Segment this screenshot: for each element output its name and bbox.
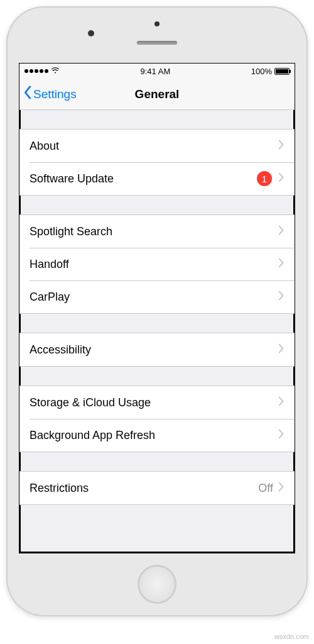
row-software-update[interactable]: Software Update 1 <box>19 162 295 195</box>
settings-group: Spotlight Search Handoff CarPlay <box>19 214 295 314</box>
row-label: Accessibility <box>30 343 278 357</box>
wifi-icon <box>51 66 60 77</box>
row-label: Background App Refresh <box>30 429 278 442</box>
row-about[interactable]: About <box>19 130 295 162</box>
chevron-right-icon <box>278 291 284 303</box>
chevron-right-icon <box>278 258 284 270</box>
row-label: Software Update <box>30 172 257 186</box>
iphone-device-frame: 9:41 AM 100% Settings General About <box>6 6 308 616</box>
screen: 9:41 AM 100% Settings General About <box>19 63 295 553</box>
proximity-sensor <box>154 21 160 26</box>
row-label: Storage & iCloud Usage <box>30 396 278 409</box>
chevron-right-icon <box>278 429 284 441</box>
row-storage-icloud-usage[interactable]: Storage & iCloud Usage <box>19 386 295 419</box>
settings-group: Restrictions Off <box>19 471 295 505</box>
settings-group: Accessibility <box>19 333 295 367</box>
chevron-right-icon <box>278 225 284 238</box>
status-time: 9:41 AM <box>141 67 171 76</box>
row-label: CarPlay <box>30 291 278 304</box>
row-label: Spotlight Search <box>30 225 278 238</box>
battery-percent: 100% <box>251 67 272 76</box>
row-background-app-refresh[interactable]: Background App Refresh <box>19 419 295 452</box>
settings-group: About Software Update 1 <box>19 129 295 196</box>
chevron-right-icon <box>278 343 284 356</box>
chevron-right-icon <box>278 482 284 494</box>
chevron-right-icon <box>278 396 284 409</box>
row-label: About <box>30 140 278 153</box>
row-label: Restrictions <box>30 482 258 495</box>
notification-badge: 1 <box>257 171 272 186</box>
cellular-signal-icon <box>24 69 48 73</box>
settings-group: Storage & iCloud Usage Background App Re… <box>19 386 295 452</box>
front-camera <box>88 30 94 36</box>
svg-point-0 <box>55 72 56 73</box>
row-spotlight-search[interactable]: Spotlight Search <box>19 215 295 248</box>
chevron-right-icon <box>278 172 284 185</box>
chevron-left-icon <box>23 86 32 103</box>
earpiece-speaker <box>137 41 177 45</box>
row-carplay[interactable]: CarPlay <box>19 280 295 313</box>
row-label: Handoff <box>30 258 278 271</box>
back-button[interactable]: Settings <box>23 79 77 109</box>
status-bar: 9:41 AM 100% <box>19 64 295 79</box>
row-handoff[interactable]: Handoff <box>19 248 295 280</box>
back-label: Settings <box>33 87 77 101</box>
row-accessibility[interactable]: Accessibility <box>19 333 295 366</box>
row-restrictions[interactable]: Restrictions Off <box>19 472 295 504</box>
battery-icon <box>274 68 290 75</box>
row-value: Off <box>258 482 273 495</box>
home-button[interactable] <box>138 565 176 604</box>
page-title: General <box>135 87 180 101</box>
navigation-bar: Settings General <box>19 79 295 110</box>
chevron-right-icon <box>278 140 284 152</box>
